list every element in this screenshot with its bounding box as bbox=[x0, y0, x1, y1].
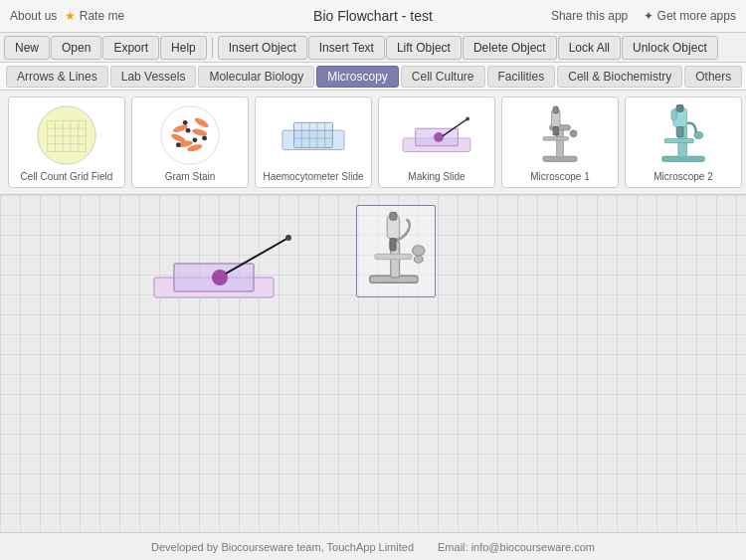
get-more-link[interactable]: ✦ Get more apps bbox=[644, 9, 736, 23]
insert-text-button[interactable]: Insert Text bbox=[308, 36, 385, 60]
obj-microscope1-label: Microscope 1 bbox=[530, 171, 589, 183]
top-bar-left: About us ★ Rate me bbox=[10, 9, 252, 23]
obj-making-slide-label: Making Slide bbox=[408, 171, 465, 183]
svg-point-44 bbox=[570, 130, 577, 137]
category-tabs: Arrows & Lines Lab Vessels Molecular Bio… bbox=[0, 63, 746, 91]
lock-all-button[interactable]: Lock All bbox=[558, 36, 621, 60]
svg-rect-62 bbox=[390, 239, 396, 251]
top-bar: About us ★ Rate me Bio Flowchart - test … bbox=[0, 0, 746, 33]
svg-point-12 bbox=[161, 106, 219, 164]
obj-gram-stain-label: Gram Stain bbox=[165, 171, 216, 183]
new-button[interactable]: New bbox=[4, 36, 50, 60]
obj-cell-count-label: Cell Count Grid Field bbox=[21, 171, 113, 183]
about-us-link[interactable]: About us bbox=[10, 9, 57, 23]
svg-rect-61 bbox=[390, 212, 397, 220]
tab-others[interactable]: Others bbox=[684, 66, 742, 88]
obj-making-slide[interactable]: Making Slide bbox=[378, 96, 495, 188]
footer-developed-by: Developed by Biocourseware team, TouchAp… bbox=[151, 541, 414, 553]
footer: Developed by Biocourseware team, TouchAp… bbox=[0, 532, 746, 560]
export-button[interactable]: Export bbox=[102, 36, 159, 60]
toolbar: New Open Export Help Insert Object Inser… bbox=[0, 33, 746, 63]
svg-point-0 bbox=[38, 106, 95, 164]
svg-point-34 bbox=[434, 132, 444, 142]
canvas-microscope-object[interactable] bbox=[356, 205, 436, 297]
canvas-area[interactable] bbox=[0, 195, 746, 532]
delete-object-button[interactable]: Delete Object bbox=[463, 36, 557, 60]
toolbar-separator-1 bbox=[212, 38, 213, 58]
canvas-making-slide-object[interactable] bbox=[144, 230, 293, 312]
obj-haemocytometer[interactable]: Haemocytometer Slide bbox=[255, 96, 372, 188]
unlock-object-button[interactable]: Unlock Object bbox=[622, 36, 718, 60]
svg-point-21 bbox=[176, 142, 181, 147]
tab-microscopy[interactable]: Microscopy bbox=[316, 66, 399, 88]
svg-point-22 bbox=[202, 135, 207, 140]
help-button[interactable]: Help bbox=[160, 36, 207, 60]
svg-point-55 bbox=[212, 270, 228, 285]
svg-point-36 bbox=[466, 117, 469, 121]
tab-biochemistry[interactable]: Cell & Biochemistry bbox=[557, 66, 682, 88]
svg-point-57 bbox=[285, 235, 291, 241]
insert-object-button[interactable]: Insert Object bbox=[218, 36, 307, 60]
svg-rect-63 bbox=[375, 254, 412, 259]
svg-rect-42 bbox=[553, 127, 558, 136]
footer-email: Email: info@biocourseware.com bbox=[438, 541, 595, 553]
top-bar-right: Share this app ✦ Get more apps bbox=[494, 9, 736, 23]
svg-point-23 bbox=[183, 120, 188, 125]
svg-rect-49 bbox=[671, 110, 676, 120]
obj-microscope2-label: Microscope 2 bbox=[653, 171, 712, 183]
svg-rect-41 bbox=[553, 106, 558, 113]
svg-rect-48 bbox=[676, 104, 683, 111]
svg-point-19 bbox=[186, 128, 191, 133]
obj-microscope2[interactable]: Microscope 2 bbox=[625, 96, 742, 188]
svg-rect-51 bbox=[664, 138, 693, 142]
svg-point-20 bbox=[192, 137, 197, 142]
tab-arrows[interactable]: Arrows & Lines bbox=[6, 66, 108, 88]
objects-panel: Cell Count Grid Field Gram Stain bbox=[0, 91, 746, 195]
tab-lab[interactable]: Lab Vessels bbox=[110, 66, 197, 88]
svg-rect-25 bbox=[294, 122, 333, 147]
svg-point-64 bbox=[413, 246, 425, 257]
obj-microscope1[interactable]: Microscope 1 bbox=[501, 96, 619, 188]
svg-line-56 bbox=[226, 238, 288, 274]
svg-rect-43 bbox=[543, 137, 569, 140]
tab-facilities[interactable]: Facilities bbox=[487, 66, 556, 88]
svg-rect-50 bbox=[676, 127, 683, 137]
svg-point-52 bbox=[694, 132, 703, 139]
obj-cell-count[interactable]: Cell Count Grid Field bbox=[8, 96, 125, 188]
obj-haemocytometer-label: Haemocytometer Slide bbox=[263, 171, 363, 183]
lift-object-button[interactable]: Lift Object bbox=[386, 36, 462, 60]
tab-cell-culture[interactable]: Cell Culture bbox=[401, 66, 485, 88]
open-button[interactable]: Open bbox=[51, 36, 101, 60]
svg-point-65 bbox=[414, 256, 423, 263]
tab-molecular[interactable]: Molecular Biology bbox=[198, 66, 314, 88]
rate-me-link[interactable]: ★ Rate me bbox=[65, 9, 124, 23]
app-title: Bio Flowchart - test bbox=[252, 8, 493, 24]
obj-gram-stain[interactable]: Gram Stain bbox=[131, 96, 249, 188]
share-app-link[interactable]: Share this app bbox=[551, 9, 628, 23]
